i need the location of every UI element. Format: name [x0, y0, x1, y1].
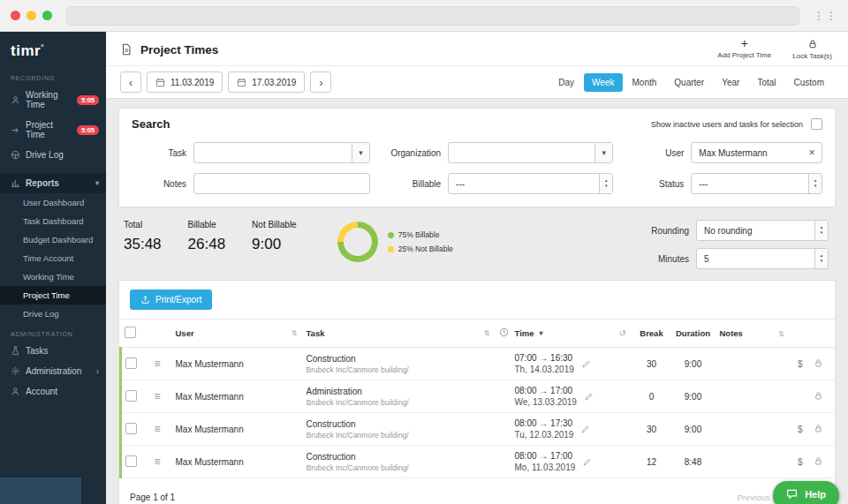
minimize-window-button[interactable] [26, 11, 36, 20]
notes-column-header[interactable]: Notes [716, 320, 776, 348]
sidebar: timr° RECORDING Working Time 5:05 Projec… [0, 32, 106, 504]
lock-icon[interactable] [814, 391, 823, 401]
select-all-checkbox[interactable] [125, 327, 136, 338]
next-period-button[interactable]: › [310, 71, 331, 93]
view-total[interactable]: Total [749, 73, 784, 92]
clear-user-button[interactable]: × [802, 147, 822, 159]
view-custom[interactable]: Custom [786, 73, 832, 92]
drag-handle-icon[interactable]: ≡ [155, 357, 161, 370]
row-task-path: Brubeck Inc/Canmore building/ [307, 365, 492, 374]
lock-icon[interactable] [814, 424, 823, 433]
document-icon [120, 43, 132, 56]
sidebar-item-task-dashboard[interactable]: Task Dashboard [0, 212, 106, 230]
sidebar-item-project-time[interactable]: Project Time 5:05 [0, 115, 106, 145]
sidebar-item-working-time-report[interactable]: Working Time [0, 267, 106, 286]
task-filter-combobox[interactable]: ▾ [193, 142, 370, 163]
organization-filter-input[interactable] [449, 143, 594, 162]
notes-filter-field[interactable] [193, 173, 370, 194]
row-user: Max Mustermann [172, 348, 303, 380]
row-checkbox[interactable] [125, 423, 137, 434]
previous-page-button[interactable]: Previous [737, 493, 769, 502]
lock-icon[interactable] [814, 456, 823, 466]
row-time-range: 08:00 → 17:00 [515, 451, 576, 461]
sidebar-item-administration[interactable]: Administration › [0, 361, 106, 381]
duration-column-header[interactable]: Duration [670, 320, 716, 348]
organization-dropdown-button[interactable]: ▾ [594, 143, 612, 162]
task-dropdown-button[interactable]: ▾ [352, 143, 369, 162]
user-column-header[interactable]: User⇅ [172, 320, 303, 348]
address-bar[interactable] [66, 6, 799, 26]
previous-period-button[interactable]: ‹ [120, 71, 141, 93]
chat-icon [786, 488, 798, 500]
sidebar-item-reports[interactable]: Reports ▾ [0, 173, 106, 193]
table-row[interactable]: ≡ Max Mustermann ConstructionBrubeck Inc… [121, 413, 836, 446]
table-row[interactable]: ≡ Max Mustermann AdministrationBrubeck I… [121, 380, 836, 413]
edit-icon[interactable] [584, 392, 594, 402]
section-label-recording: RECORDING [0, 67, 106, 85]
user-filter-input[interactable] [692, 143, 802, 162]
help-button[interactable]: Help [773, 481, 839, 504]
lock-tasks-button[interactable]: Lock Task(s) [792, 39, 832, 60]
drag-handle-icon[interactable]: ≡ [155, 455, 161, 468]
sidebar-item-tasks[interactable]: Tasks [0, 341, 106, 361]
notes-filter-label: Notes [132, 179, 186, 189]
sidebar-item-time-account[interactable]: Time Account [0, 249, 106, 267]
view-week[interactable]: Week [584, 73, 622, 92]
status-select[interactable]: --- ▲▼ [691, 173, 822, 194]
billable-select[interactable]: --- ▲▼ [448, 173, 613, 194]
row-checkbox[interactable] [125, 390, 137, 402]
results-panel: Print/Export User⇅ Task⇅ [118, 280, 836, 504]
browser-menu-icon[interactable]: ⋮⋮ [814, 10, 837, 22]
sidebar-item-working-time[interactable]: Working Time 5:05 [0, 85, 106, 115]
minutes-label: Minutes [643, 254, 689, 264]
view-year[interactable]: Year [714, 73, 747, 92]
minutes-select[interactable]: 5 ▲▼ [696, 248, 829, 269]
rounding-select[interactable]: No rounding ▲▼ [696, 220, 829, 241]
section-label-administration: ADMINISTRATION [0, 323, 106, 341]
time-column-header[interactable]: Time▾ [511, 320, 616, 348]
billable-icon[interactable]: $ [798, 359, 803, 369]
close-window-button[interactable] [11, 11, 20, 20]
recorded-time-column-header[interactable]: ↺ [616, 320, 633, 348]
show-inactive-checkbox[interactable] [811, 118, 822, 130]
print-export-button[interactable]: Print/Export [130, 290, 212, 310]
user-filter-field[interactable]: × [691, 142, 822, 163]
edit-icon[interactable] [580, 425, 590, 434]
sidebar-item-drive-log[interactable]: Drive Log [0, 145, 106, 165]
drive-log-icon [11, 150, 20, 160]
view-month[interactable]: Month [625, 73, 665, 92]
project-time-badge: 5:05 [77, 125, 99, 135]
organization-filter-combobox[interactable]: ▾ [448, 142, 613, 163]
sidebar-item-account[interactable]: Account [0, 381, 106, 402]
row-user: Max Mustermann [172, 446, 303, 478]
drag-handle-icon[interactable]: ≡ [155, 423, 161, 435]
add-project-time-button[interactable]: + Add Project Time [717, 39, 771, 60]
view-day[interactable]: Day [550, 73, 582, 92]
select-stepper-icon: ▲▼ [814, 249, 828, 268]
table-row[interactable]: ≡ Max Mustermann ConstructionBrubeck Inc… [121, 348, 836, 380]
drag-handle-icon[interactable]: ≡ [155, 390, 161, 402]
row-checkbox[interactable] [125, 455, 137, 467]
row-checkbox[interactable] [125, 357, 137, 369]
edit-icon[interactable] [581, 359, 591, 369]
table-row[interactable]: ≡ Max Mustermann ConstructionBrubeck Inc… [121, 446, 836, 478]
notes-filter-input[interactable] [194, 174, 369, 193]
sidebar-item-budget-dashboard[interactable]: Budget Dashboard [0, 230, 106, 249]
billable-value: 26:48 [188, 236, 226, 253]
sidebar-item-user-dashboard[interactable]: User Dashboard [0, 193, 106, 212]
view-switcher: Day Week Month Quarter Year Total Custom [550, 73, 832, 92]
lock-icon[interactable] [814, 358, 823, 368]
view-quarter[interactable]: Quarter [666, 73, 712, 92]
task-filter-input[interactable] [194, 143, 352, 162]
sidebar-item-drive-log-report[interactable]: Drive Log [0, 305, 106, 323]
sidebar-item-project-time-report[interactable]: Project Time [0, 286, 106, 305]
billable-icon[interactable]: $ [798, 457, 803, 467]
break-column-header[interactable]: Break [633, 320, 670, 348]
task-column-header[interactable]: Task⇅ [303, 320, 496, 348]
date-to-input[interactable]: 17.03.2019 [228, 71, 305, 93]
zoom-window-button[interactable] [42, 11, 52, 20]
chevron-down-icon: ▾ [602, 148, 607, 157]
billable-icon[interactable]: $ [798, 425, 803, 434]
date-from-input[interactable]: 11.03.2019 [147, 71, 223, 93]
edit-icon[interactable] [582, 457, 592, 467]
